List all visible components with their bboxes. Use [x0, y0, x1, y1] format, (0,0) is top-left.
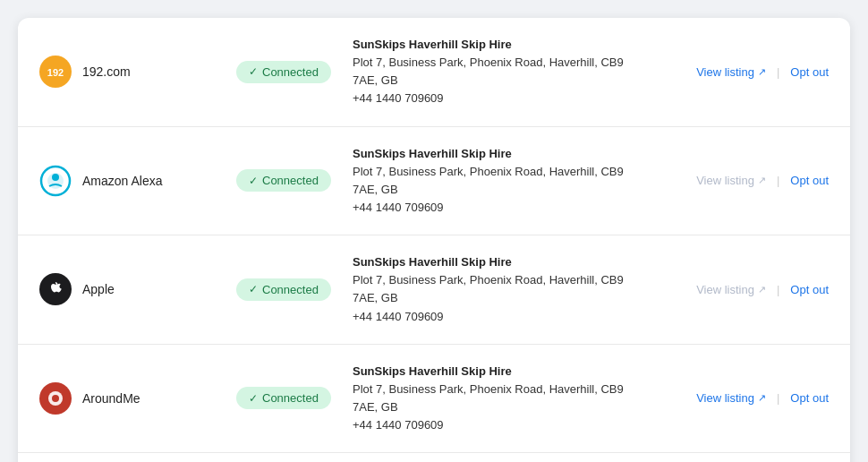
action-divider: |	[777, 65, 779, 79]
listing-row-apple: Apple✓ConnectedSunSkips Haverhill Skip H…	[18, 235, 850, 345]
actions-col-apple: View listing ↗|Opt out	[668, 283, 829, 296]
status-badge-192: ✓Connected	[236, 61, 331, 83]
brand-name-alexa: Amazon Alexa	[82, 174, 163, 188]
view-listing-link-192[interactable]: View listing ↗	[696, 65, 766, 79]
view-listing-link-apple: View listing ↗	[696, 283, 766, 296]
biz-address-line2: 7AE, GB	[353, 183, 398, 196]
actions-col-alexa: View listing ↗|Opt out	[668, 174, 829, 187]
svg-point-8	[52, 395, 59, 402]
listing-row-192: 192192.com✓ConnectedSunSkips Haverhill S…	[18, 18, 850, 127]
external-link-icon: ↗	[758, 392, 766, 404]
biz-address-line1: Plot 7, Business Park, Phoenix Road, Hav…	[353, 273, 624, 287]
opt-out-link-apple[interactable]: Opt out	[790, 283, 829, 296]
status-badge-aroundme: ✓Connected	[236, 387, 331, 409]
biz-name: SunSkips Haverhill Skip Hire	[353, 38, 512, 51]
biz-phone: +44 1440 709609	[353, 91, 444, 105]
listing-row-aroundme: AroundMe✓ConnectedSunSkips Haverhill Ski…	[18, 345, 850, 454]
check-icon: ✓	[249, 392, 258, 405]
brand-col-apple: Apple	[39, 273, 236, 305]
brand-name-apple: Apple	[82, 282, 115, 296]
listing-row-belfast: Belfast News Letterby Central Index GB✓C…	[18, 453, 850, 462]
listing-row-alexa: Amazon Alexa✓ConnectedSunSkips Haverhill…	[18, 127, 850, 236]
biz-address-line1: Plot 7, Business Park, Phoenix Road, Hav…	[353, 56, 624, 69]
biz-name: SunSkips Haverhill Skip Hire	[353, 364, 512, 378]
check-icon: ✓	[249, 283, 258, 295]
opt-out-link-192[interactable]: Opt out	[790, 65, 829, 79]
view-listing-link-alexa: View listing ↗	[696, 174, 766, 187]
brand-name-aroundme: AroundMe	[82, 391, 140, 406]
details-col-apple: SunSkips Haverhill Skip HirePlot 7, Busi…	[353, 253, 668, 326]
biz-name: SunSkips Haverhill Skip Hire	[353, 255, 512, 269]
status-col-alexa: ✓Connected	[236, 169, 353, 192]
brand-name-wrap-alexa: Amazon Alexa	[82, 174, 163, 188]
actions-col-aroundme: View listing ↗|Opt out	[668, 391, 829, 405]
brand-col-192: 192192.com	[39, 56, 236, 88]
details-col-aroundme: SunSkips Haverhill Skip HirePlot 7, Busi…	[353, 363, 668, 435]
action-divider: |	[777, 174, 779, 187]
opt-out-link-alexa[interactable]: Opt out	[790, 174, 829, 187]
biz-phone: +44 1440 709609	[353, 418, 444, 432]
brand-name-wrap-192: 192.com	[82, 64, 131, 79]
status-col-192: ✓Connected	[236, 61, 353, 83]
listings-card: 192192.com✓ConnectedSunSkips Haverhill S…	[18, 18, 850, 462]
action-divider: |	[777, 391, 779, 405]
brand-logo-192: 192	[39, 56, 72, 88]
biz-name: SunSkips Haverhill Skip Hire	[353, 147, 512, 160]
brand-logo-apple	[39, 273, 72, 305]
brand-logo-aroundme	[39, 382, 72, 415]
opt-out-link-aroundme[interactable]: Opt out	[790, 391, 829, 405]
details-col-192: SunSkips Haverhill Skip HirePlot 7, Busi…	[353, 36, 668, 108]
status-badge-apple: ✓Connected	[236, 278, 331, 301]
biz-phone: +44 1440 709609	[353, 201, 444, 214]
actions-col-192: View listing ↗|Opt out	[668, 65, 829, 79]
action-divider: |	[777, 283, 779, 296]
view-listing-link-aroundme[interactable]: View listing ↗	[696, 391, 766, 405]
brand-col-aroundme: AroundMe	[39, 382, 236, 415]
biz-address-line1: Plot 7, Business Park, Phoenix Road, Hav…	[353, 165, 624, 178]
status-col-apple: ✓Connected	[236, 278, 353, 301]
biz-address-line2: 7AE, GB	[353, 291, 398, 304]
svg-point-4	[52, 174, 59, 181]
svg-text:192: 192	[47, 67, 64, 78]
biz-phone: +44 1440 709609	[353, 310, 444, 323]
check-icon: ✓	[249, 65, 258, 78]
status-badge-alexa: ✓Connected	[236, 169, 331, 192]
biz-address-line1: Plot 7, Business Park, Phoenix Road, Hav…	[353, 382, 624, 396]
check-icon: ✓	[249, 175, 258, 187]
biz-address-line2: 7AE, GB	[353, 73, 398, 87]
external-link-icon: ↗	[758, 66, 766, 78]
external-link-icon: ↗	[758, 284, 766, 295]
brand-col-alexa: Amazon Alexa	[39, 165, 236, 197]
brand-name-192: 192.com	[82, 64, 131, 79]
external-link-icon: ↗	[758, 175, 766, 186]
brand-logo-alexa	[39, 165, 72, 197]
status-col-aroundme: ✓Connected	[236, 387, 353, 409]
brand-name-wrap-aroundme: AroundMe	[82, 391, 140, 406]
details-col-alexa: SunSkips Haverhill Skip HirePlot 7, Busi…	[353, 145, 668, 218]
brand-name-wrap-apple: Apple	[82, 282, 115, 296]
biz-address-line2: 7AE, GB	[353, 400, 398, 414]
